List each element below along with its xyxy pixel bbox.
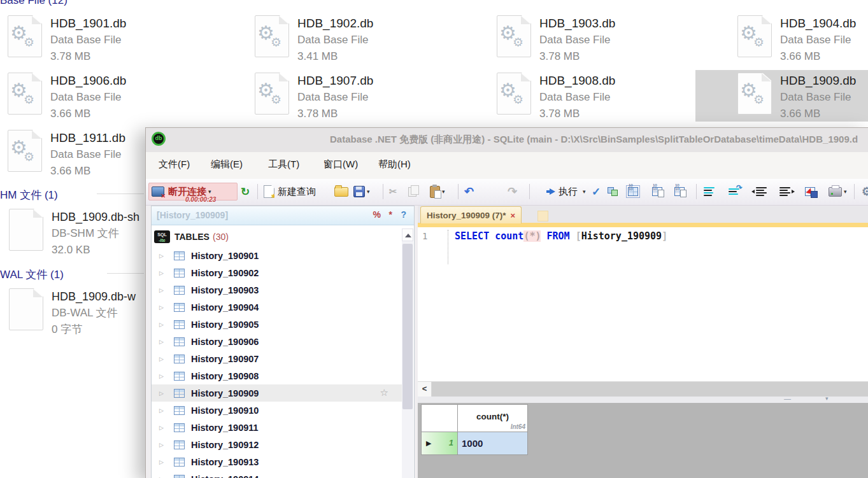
- cut-button[interactable]: ✂: [389, 183, 397, 200]
- validate-button[interactable]: ✓: [592, 183, 601, 200]
- editor-horizontal-scrollbar[interactable]: <: [418, 381, 868, 397]
- execute-button[interactable]: 执行 ▾: [542, 183, 586, 200]
- menu-edit[interactable]: 编辑(E): [211, 158, 243, 171]
- expander-icon[interactable]: ▷: [159, 442, 166, 448]
- expander-icon[interactable]: ▷: [159, 321, 166, 328]
- filter-percent-button[interactable]: %: [373, 209, 381, 220]
- tree-row[interactable]: ▷History_190905: [152, 316, 402, 333]
- tables-root-node[interactable]: SQL-ite TABLES (30): [154, 229, 229, 244]
- close-tab-icon[interactable]: ×: [511, 211, 516, 220]
- scroll-up-button[interactable]: [402, 228, 413, 241]
- help-button[interactable]: ?: [401, 209, 406, 220]
- file-size: 3.78 MB: [297, 106, 373, 122]
- paste-button[interactable]: ▾: [430, 183, 445, 200]
- value-cell[interactable]: 1000: [457, 432, 528, 455]
- table-icon: [174, 406, 185, 415]
- export-button[interactable]: [805, 183, 815, 200]
- results-to-grid-button[interactable]: 10 10: [628, 183, 638, 200]
- expander-icon[interactable]: ▷: [159, 339, 166, 345]
- file-tile[interactable]: ⚙⚙ HDB_1908.dbData Base File3.78 MB: [497, 73, 615, 122]
- expander-icon[interactable]: ▷: [159, 270, 166, 276]
- sql-text[interactable]: SELECT count(*) FROM [History_190909]: [455, 230, 667, 242]
- file-tile[interactable]: HDB_1909.db-shDB-SHM 文件32.0 KB: [9, 209, 139, 258]
- file-tile[interactable]: ⚙⚙ HDB_1904.dbData Base File3.66 MB: [737, 15, 856, 65]
- open-button[interactable]: [334, 183, 348, 200]
- tree-row[interactable]: ▷History_190907: [152, 350, 402, 367]
- expander-icon[interactable]: ▷: [159, 287, 166, 293]
- expander-icon[interactable]: ▷: [159, 373, 166, 379]
- results-to-file-button[interactable]: 10 10: [674, 183, 685, 200]
- results-data-row[interactable]: ▶ 1 1000: [421, 432, 527, 454]
- favorites-button[interactable]: *: [389, 209, 392, 220]
- scrollbar-thumb[interactable]: [402, 244, 413, 409]
- file-tile[interactable]: ⚙⚙ HDB_1907.dbData Base File3.78 MB: [255, 73, 373, 122]
- column-header[interactable]: count(*) Int64: [457, 404, 528, 432]
- file-tile[interactable]: ⚙⚙ HDB_1906.dbData Base File3.66 MB: [8, 73, 126, 122]
- tree-row[interactable]: ▷History_190906: [152, 333, 402, 350]
- group-header-wal[interactable]: WAL 文件 (1): [0, 267, 64, 282]
- tree-row[interactable]: ▷History_190901: [152, 247, 402, 264]
- results-splitter[interactable]: — ▾: [418, 397, 868, 403]
- plain-file-icon: [9, 209, 43, 251]
- splitter-collapse-icon[interactable]: ▾: [825, 395, 829, 402]
- row-selector-header[interactable]: [421, 404, 458, 432]
- sql-editor[interactable]: 1 SELECT count(*) FROM [History_190909]: [418, 227, 868, 381]
- results-to-text-button[interactable]: 10 10: [652, 183, 662, 200]
- format-undo-button[interactable]: ↷: [729, 183, 739, 200]
- file-tile[interactable]: ⚙⚙ HDB_1901.dbData Base File3.78 MB: [8, 15, 126, 65]
- fold-margin: [448, 230, 448, 264]
- query-tab-active[interactable]: History_190909 (7)* ×: [420, 206, 522, 223]
- favorite-star-icon[interactable]: ☆: [380, 387, 388, 398]
- group-header-base-file[interactable]: Base File (12): [0, 0, 68, 7]
- file-tile[interactable]: ⚙⚙ HDB_1903.dbData Base File3.78 MB: [497, 15, 615, 65]
- redo-button[interactable]: ↷: [508, 183, 517, 200]
- expander-icon[interactable]: ▷: [159, 476, 166, 478]
- scrollbar-thumb[interactable]: [432, 382, 868, 397]
- tree-row[interactable]: ▷History_190908: [152, 367, 402, 384]
- new-tab-button[interactable]: [537, 211, 548, 221]
- menu-help[interactable]: 帮助(H): [378, 158, 411, 171]
- tree-row[interactable]: ▷History_190914: [152, 470, 402, 478]
- file-tile[interactable]: HDB_1909.db-wDB-WAL 文件0 字节: [9, 288, 136, 338]
- expander-icon[interactable]: ▷: [159, 253, 166, 259]
- toolbar-separator: [529, 184, 530, 199]
- tree-row[interactable]: ▷History_190912: [152, 436, 402, 453]
- tree-row[interactable]: ▷History_190913: [152, 453, 402, 470]
- sidebar-scrollbar[interactable]: [402, 228, 413, 478]
- tree-row[interactable]: ▷History_190902: [152, 264, 402, 281]
- settings-button[interactable]: ⚙: [862, 183, 868, 200]
- expander-icon[interactable]: ▷: [159, 304, 166, 311]
- title-bar[interactable]: db Database .NET 免费版 (非商业用途) - SQLite (m…: [146, 128, 868, 153]
- tree-row[interactable]: ▷History_190910: [152, 402, 402, 419]
- expander-icon[interactable]: ▷: [159, 459, 166, 465]
- copy-button[interactable]: [408, 183, 416, 200]
- sync-compare-button[interactable]: [608, 183, 618, 200]
- new-query-button[interactable]: ✱ 新建查询: [264, 183, 316, 200]
- undo-button[interactable]: ↶: [464, 183, 474, 200]
- file-tile[interactable]: ⚙⚙ HDB_1902.dbData Base File3.41 MB: [255, 15, 373, 65]
- toolbar-separator: [854, 184, 855, 199]
- file-type: Data Base File: [297, 32, 373, 48]
- refresh-button[interactable]: ↻: [241, 183, 250, 200]
- tree-row[interactable]: ▷History_190904: [152, 299, 402, 316]
- group-header-shm[interactable]: HM 文件 (1): [0, 188, 58, 202]
- save-button[interactable]: ▾: [353, 183, 370, 200]
- print-button[interactable]: ▾: [829, 183, 847, 200]
- expander-icon[interactable]: ▷: [159, 425, 166, 431]
- scroll-left-button[interactable]: <: [418, 382, 432, 397]
- indent-button[interactable]: [779, 183, 790, 200]
- outdent-button[interactable]: [756, 183, 767, 200]
- tree-row-selected[interactable]: ▷History_190909☆: [152, 384, 402, 402]
- file-tile[interactable]: ⚙⚙ HDB_1911.dbData Base File3.66 MB: [8, 130, 125, 179]
- file-tile-selected[interactable]: ⚙⚙ HDB_1909.dbData Base File3.66 MB: [737, 73, 856, 122]
- format-indent-button[interactable]: [704, 183, 715, 200]
- row-selector-cell[interactable]: ▶ 1: [421, 432, 458, 455]
- menu-tools[interactable]: 工具(T): [268, 158, 299, 171]
- expander-icon[interactable]: ▷: [159, 356, 166, 362]
- tree-row[interactable]: ▷History_190903: [152, 281, 402, 299]
- expander-icon[interactable]: ▷: [159, 390, 166, 397]
- expander-icon[interactable]: ▷: [159, 407, 166, 414]
- menu-window[interactable]: 窗口(W): [324, 158, 358, 171]
- menu-file[interactable]: 文件(F): [159, 158, 190, 171]
- tree-row[interactable]: ▷History_190911: [152, 419, 402, 436]
